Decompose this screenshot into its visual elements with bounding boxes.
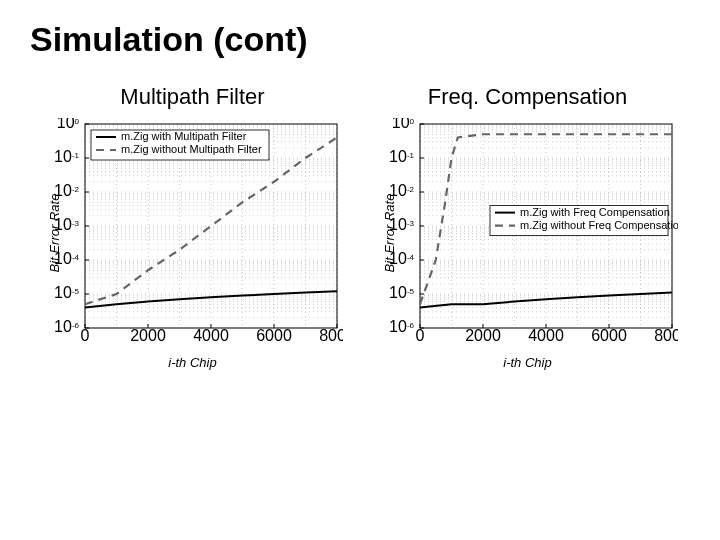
svg-text:m.Zig with Multipath Filter: m.Zig with Multipath Filter [121,130,247,142]
svg-text:2000: 2000 [130,327,166,344]
svg-text:10-6: 10-6 [389,318,414,335]
svg-text:4000: 4000 [193,327,229,344]
chart-right-col: Freq. Compensation Bit Error Rate 020004… [365,84,690,348]
svg-text:6000: 6000 [591,327,627,344]
svg-text:4000: 4000 [528,327,564,344]
svg-text:6000: 6000 [256,327,292,344]
chart-left-wrap: Bit Error Rate 0200040006000800010010-11… [43,118,343,348]
svg-text:100: 100 [391,118,414,131]
svg-text:100: 100 [56,118,79,131]
svg-text:10-6: 10-6 [54,318,79,335]
svg-text:2000: 2000 [465,327,501,344]
chart-left-xlabel: i-th Chip [168,355,216,370]
chart-right-ylabel: Bit Error Rate [381,194,396,273]
chart-right-title: Freq. Compensation [428,84,627,110]
svg-text:m.Zig with Freq Compensation: m.Zig with Freq Compensation [520,206,670,218]
svg-text:10-5: 10-5 [54,284,79,301]
charts-row: Multipath Filter Bit Error Rate 02000400… [30,84,690,348]
svg-text:8000: 8000 [654,327,678,344]
chart-right-xlabel: i-th Chip [503,355,551,370]
svg-text:0: 0 [415,327,424,344]
page-title: Simulation (cont) [30,20,690,59]
svg-text:10-1: 10-1 [54,148,79,165]
svg-text:0: 0 [80,327,89,344]
svg-text:m.Zig without Multipath Filter: m.Zig without Multipath Filter [121,143,262,155]
chart-left-title: Multipath Filter [120,84,264,110]
chart-right-svg: 0200040006000800010010-110-210-310-410-5… [378,118,678,348]
chart-left-svg: 0200040006000800010010-110-210-310-410-5… [43,118,343,348]
svg-text:10-5: 10-5 [389,284,414,301]
chart-right-wrap: Bit Error Rate 0200040006000800010010-11… [378,118,678,348]
svg-text:8000: 8000 [319,327,343,344]
svg-text:m.Zig without Freq Compensatio: m.Zig without Freq Compensation [520,219,678,231]
svg-text:10-1: 10-1 [389,148,414,165]
chart-left-col: Multipath Filter Bit Error Rate 02000400… [30,84,355,348]
chart-left-ylabel: Bit Error Rate [46,194,61,273]
